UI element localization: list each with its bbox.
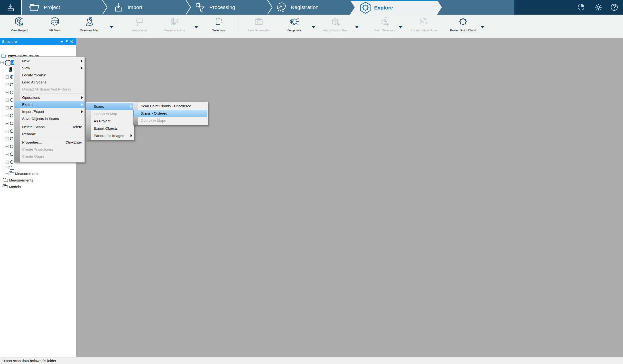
tree-row-measurements-child[interactable]: Measurements — [0, 171, 39, 176]
view-project-button[interactable]: View Project — [3, 16, 35, 32]
project-point-cloud-dropdown-arrow[interactable] — [481, 26, 485, 28]
selection-button[interactable]: Selection — [202, 16, 234, 32]
settings-gear-icon[interactable] — [595, 3, 602, 11]
panel-menu-caret-icon[interactable] — [60, 41, 64, 43]
tab-label: Import — [128, 4, 142, 10]
scan-icon — [10, 129, 13, 133]
expand-icon[interactable] — [6, 137, 9, 140]
menu-item-export-objects[interactable]: Export Objects — [86, 125, 134, 132]
context-menu: New View Locate 'Scans' Load All Scans U… — [14, 56, 85, 163]
toolbar-label: Project Point Cloud — [450, 29, 476, 32]
expand-icon[interactable] — [6, 99, 9, 102]
save-screenshot-button[interactable]: Save Screenshot — [243, 16, 275, 32]
explore-icon — [359, 1, 372, 14]
menu-item-view[interactable]: View — [14, 64, 85, 71]
measure-points-dropdown-arrow[interactable] — [194, 26, 198, 28]
close-icon[interactable] — [70, 40, 73, 43]
expand-icon[interactable] — [6, 153, 9, 156]
project-point-cloud-icon — [457, 16, 469, 27]
collapse-icon[interactable] — [0, 61, 4, 64]
menu-item-unload-all[interactable]: Unload All Scans And Pictures — [14, 86, 85, 93]
tree-row-models[interactable]: Models — [0, 184, 21, 189]
tab-processing[interactable]: Processing — [194, 0, 235, 15]
menu-item-scans[interactable]: Scans — [86, 103, 134, 110]
auto-clipping-box-button[interactable]: Auto Clipping Box — [319, 16, 351, 32]
project-point-cloud-button[interactable]: Project Point Cloud — [448, 16, 478, 32]
menu-item-delete-scans[interactable]: Delete 'Scans'Delete — [14, 123, 85, 130]
menu-item-properties[interactable]: Properties...Ctrl+Enter — [14, 139, 85, 146]
auto-clipping-box-dropdown-arrow[interactable] — [355, 26, 359, 28]
menu-item-new[interactable]: New — [14, 57, 85, 64]
tree-row-measurements[interactable]: Measurements — [0, 177, 33, 183]
tab-separator — [185, 0, 192, 15]
menu-item-operations[interactable]: Operations — [14, 94, 85, 101]
menu-item-create-trajectories[interactable]: Create Trajectories — [14, 146, 85, 153]
mesh-selection-dropdown-arrow[interactable] — [399, 26, 402, 28]
tree-label: Measurements — [9, 178, 33, 182]
submenu-arrow-icon — [81, 67, 83, 70]
status-text: Export scan data below this folder — [1, 359, 56, 363]
menu-item-load-all-scans[interactable]: Load All Scans — [14, 79, 85, 86]
expand-icon[interactable] — [6, 91, 9, 94]
tab-project[interactable]: Project — [29, 0, 60, 15]
scan-icon — [10, 98, 13, 102]
progress-pie-icon[interactable] — [577, 3, 585, 11]
expand-icon[interactable] — [6, 114, 9, 117]
create-virtual-scan-button[interactable]: Create Virtual Scan — [407, 16, 440, 32]
submenu-arrow-icon — [81, 60, 83, 63]
expand-icon[interactable] — [6, 145, 9, 148]
tree-line — [8, 70, 9, 70]
folder-icon — [4, 185, 8, 188]
menu-item-locate-scans[interactable]: Locate 'Scans' — [14, 71, 85, 79]
menu-item-panoramic-images[interactable]: Panoramic Images — [86, 132, 134, 139]
menu-item-export[interactable]: Export — [14, 101, 85, 108]
viewport-canvas[interactable] — [76, 38, 623, 357]
expand-icon[interactable] — [6, 122, 9, 125]
tab-registration[interactable]: Registration — [276, 0, 318, 15]
expand-icon[interactable] — [6, 75, 9, 79]
overview-map-icon — [84, 16, 95, 27]
scan-icon — [10, 114, 13, 117]
toolbar-separator — [119, 17, 119, 36]
menu-item-rename[interactable]: Rename — [14, 130, 85, 137]
pin-icon[interactable] — [65, 40, 69, 43]
tab-import[interactable]: Import — [112, 0, 142, 15]
toolbar-label: Annotation — [124, 29, 155, 32]
ribbon-right-section — [514, 0, 623, 15]
expand-icon[interactable] — [6, 83, 9, 86]
scan-icon — [10, 75, 13, 79]
expand-icon[interactable] — [6, 106, 9, 109]
expand-icon[interactable] — [6, 172, 9, 175]
mesh-selection-button[interactable]: Mesh Selection — [368, 16, 400, 32]
menu-item-create-origin[interactable]: Create Origin — [14, 153, 85, 160]
scan-icon — [10, 145, 13, 148]
menu-item-scans-ordered[interactable]: Scans - Ordered — [134, 110, 207, 117]
menu-item-overview-map[interactable]: Overview Map — [86, 110, 134, 118]
save-project-button[interactable] — [0, 0, 22, 15]
expand-icon[interactable] — [6, 161, 9, 164]
vr-view-button[interactable]: VR View — [39, 16, 71, 32]
toolbar-label: Create Virtual Scan — [407, 29, 440, 32]
menu-item-import-export[interactable]: Import/Export — [14, 108, 85, 115]
menu-item-save-objects[interactable]: Save Objects in Scans — [14, 115, 85, 122]
toolbar-label: Overview Map — [73, 29, 105, 32]
help-icon[interactable] — [610, 3, 618, 11]
overview-map-button[interactable]: Overview Map — [73, 16, 105, 32]
scan-cluster-icon — [5, 60, 11, 66]
scan-icon — [10, 83, 13, 86]
toolbar-label: Viewpoints — [278, 29, 310, 32]
menu-item-scan-point-clouds-unordered[interactable]: Scan Point Clouds - Unordered — [133, 103, 208, 110]
viewpoints-dropdown-arrow[interactable] — [312, 26, 315, 28]
measure-points-button[interactable]: Measure Points — [158, 16, 190, 32]
tab-explore[interactable]: Explore — [350, 0, 442, 15]
expand-icon[interactable] — [6, 130, 9, 133]
submenu-arrow-icon — [81, 103, 83, 106]
expand-icon[interactable] — [6, 166, 9, 169]
overview-map-dropdown-arrow[interactable] — [110, 26, 113, 28]
viewpoints-button[interactable]: Viewpoints — [278, 16, 310, 32]
menu-item-as-project[interactable]: As Project — [86, 118, 134, 125]
menu-item-overview-maps[interactable]: Overview Maps — [133, 117, 208, 124]
save-screenshot-icon — [253, 16, 264, 27]
annotation-button[interactable]: Annotation — [124, 16, 155, 32]
selection-icon — [213, 16, 224, 27]
